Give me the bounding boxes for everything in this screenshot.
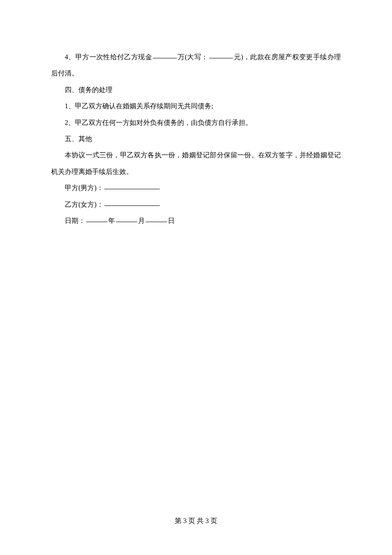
- blank-month: [116, 215, 137, 222]
- paragraph-debt-2: 2、甲乙双方任何一方如对外负有债务的，由负债方自行承担。: [51, 115, 341, 131]
- label-day: 日: [168, 217, 175, 224]
- blank-signature-a: [104, 182, 160, 189]
- paragraph-other: 本协议一式三份，甲乙双方各执一份，婚姻登记部分保留一份。在双方签字，并经婚姻登记…: [51, 147, 341, 180]
- text-line: 1、甲乙双方确认在婚姻关系存续期间无共同债务;: [65, 102, 213, 110]
- page-footer: 第 3 页 共 3 页: [0, 517, 392, 524]
- signature-party-a: 甲方(男方)：: [51, 180, 341, 196]
- text-segment: 4、甲方一次性给付乙方现金: [65, 53, 152, 61]
- blank-year: [86, 215, 107, 222]
- blank-day: [146, 215, 167, 222]
- document-body: 4、甲方一次性给付乙方现金万(大写：元)，此款在房屋产权变更手续办理后付清。 四…: [51, 49, 341, 229]
- label-year: 年: [108, 217, 115, 224]
- text-line: 四、债务的处理: [65, 86, 112, 93]
- blank-signature-b: [104, 199, 160, 206]
- text-line: 2、甲乙双方任何一方如对外负有债务的，由负债方自行承担。: [65, 119, 252, 126]
- paragraph-debt-1: 1、甲乙双方确认在婚姻关系存续期间无共同债务;: [51, 98, 341, 114]
- label-party-b: 乙方(女方)：: [65, 201, 104, 208]
- page-number: 第 3 页 共 3 页: [175, 517, 217, 524]
- blank-amount-words: [209, 52, 233, 58]
- text-line: 本协议一式三份，甲乙双方各执一份，婚姻登记部分保留一份。在双方签字，并经婚姻登记…: [51, 151, 341, 175]
- date-line: 日期：年月日: [51, 213, 341, 229]
- text-segment: 万(大写：: [178, 53, 208, 61]
- signature-party-b: 乙方(女方)：: [51, 197, 341, 213]
- text-line: 五、其他: [65, 135, 92, 142]
- heading-section-4: 四、债务的处理: [51, 82, 341, 98]
- label-month: 月: [138, 217, 145, 224]
- label-date: 日期：: [65, 217, 85, 224]
- heading-section-5: 五、其他: [51, 131, 341, 147]
- label-party-a: 甲方(男方)：: [65, 184, 104, 191]
- blank-amount-number: [153, 52, 177, 58]
- paragraph-item-4: 4、甲方一次性给付乙方现金万(大写：元)，此款在房屋产权变更手续办理后付清。: [51, 49, 341, 82]
